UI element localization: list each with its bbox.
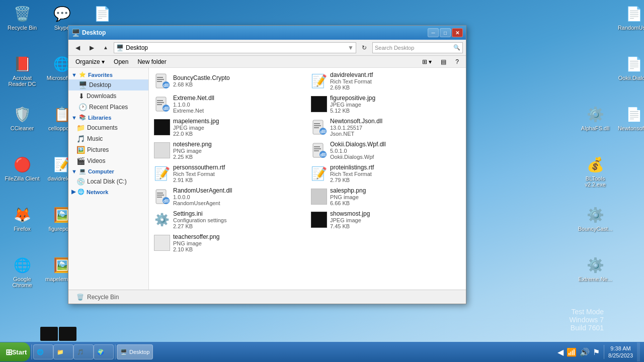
svg-text:dll: dll — [320, 152, 326, 157]
view-options[interactable]: ⊞ ▾ — [418, 57, 436, 66]
icon-label-alphafs: AlphaFS.dll — [581, 125, 609, 131]
file-item[interactable]: mapelements.jpg JPEG image 22.0 KB — [151, 116, 307, 138]
desktop-icon-recycle-bin[interactable]: 🗑️ Recycle Bin — [2, 2, 42, 33]
desktop-icon-word-doc[interactable]: 📄 — [82, 2, 122, 27]
ie2-icon: 🌍 — [97, 349, 104, 355]
organize-menu[interactable]: Organize ▾ — [71, 57, 109, 66]
search-icon[interactable]: 🔍 — [453, 44, 460, 51]
file-item[interactable]: ⚙️ Settings.ini Configuration settings 2… — [151, 209, 307, 231]
favorites-header[interactable]: ▼ ⭐ Favorites — [68, 70, 148, 79]
ie2-taskbar-btn[interactable]: 🌍 — [94, 344, 114, 359]
desktop-icon-alphafs[interactable]: ⚙️ AlphaFS.dll — [575, 102, 615, 133]
icon-label-google-chrome: Google Chrome — [4, 276, 40, 288]
maximize-button[interactable]: □ — [440, 28, 451, 37]
file-type: Rich Text Format — [330, 171, 461, 177]
desktop-icon-ccleaner[interactable]: 🛡️ CCleaner — [2, 102, 42, 133]
file-item[interactable]: 📝 personssouthern.rtf Rich Text Format 2… — [151, 162, 307, 185]
network-header[interactable]: ▶ 🌐 Network — [68, 187, 148, 197]
preview-pane[interactable]: ▤ — [437, 57, 450, 66]
file-info: personssouthern.rtf Rich Text Format 2.9… — [173, 164, 304, 183]
sidebar-item-videos[interactable]: 🎬 Videos — [68, 155, 148, 166]
file-item[interactable]: dll Ookii.Dialogs.Wpf.dll 5.0.1.0Ookii.D… — [308, 139, 464, 161]
documents-icon: 📁 — [76, 124, 85, 132]
sidebar-item-downloads[interactable]: ⬇ Downloads — [68, 90, 148, 102]
up-button[interactable]: ▲ — [100, 42, 112, 53]
svg-text:dll: dll — [164, 83, 169, 88]
file-item[interactable]: 📝 proteinlistings.rtf Rich Text Format 2… — [308, 162, 464, 185]
file-type: JPEG image — [330, 102, 461, 108]
show-desktop-btn[interactable] — [637, 342, 640, 361]
network-tray-icon[interactable]: 📶 — [567, 347, 577, 357]
file-icon-dll: dll — [154, 189, 170, 205]
file-item[interactable]: noteshere.png PNG image 2.25 KB — [151, 139, 307, 161]
desktop-icon-acrobat[interactable]: 📕 Acrobat Reader DC — [2, 52, 42, 89]
file-size: 2.68 KB — [173, 81, 304, 87]
desktop-icon-random-us[interactable]: 📄 RandomUs... — [614, 2, 644, 33]
icon-label-skype: Skype — [54, 25, 70, 31]
address-text: Desktop — [126, 44, 148, 51]
file-item[interactable]: dll RandomUserAgent.dll 1.0.0.0RandomUse… — [151, 186, 307, 208]
downloads-icon: ⬇ — [78, 92, 85, 100]
file-item[interactable]: salesphp.png PNG image 6.66 KB — [308, 186, 464, 208]
time-block[interactable]: 9:38 AM 8/25/2023 — [608, 345, 633, 359]
file-type: Ookii.Dialogs.Wpf — [330, 154, 461, 160]
sidebar-item-pictures[interactable]: 🖼️ Pictures — [68, 144, 148, 155]
sidebar-item-documents[interactable]: 📁 Documents — [68, 122, 148, 133]
icon-img-random-us: 📄 — [624, 4, 644, 24]
recent-icon: 🕐 — [78, 103, 87, 111]
sidebar-item-local-disk[interactable]: 💿 Local Disk (C:) — [68, 176, 148, 187]
forward-button[interactable]: ▶ — [86, 42, 98, 53]
desktop-icon-filezilla[interactable]: 🔴 FileZilla Client — [2, 152, 42, 184]
new-folder-button[interactable]: New folder — [133, 57, 170, 66]
refresh-button[interactable]: ↻ — [358, 42, 370, 53]
volume-tray-icon[interactable]: 🔊 — [580, 347, 590, 357]
file-icon-img — [154, 235, 170, 251]
desktop-icon-ookii-dialo[interactable]: 📄 Ookii.Dialo... — [614, 52, 644, 83]
recycle-bin-area[interactable]: 🗑️ Recycle Bin — [72, 291, 123, 304]
thumb-dark2 — [59, 327, 76, 341]
window-controls: ─ □ ✕ — [428, 28, 463, 37]
ie-taskbar-btn[interactable]: 🌐 — [33, 344, 53, 359]
icon-label-firefox: Firefox — [14, 226, 31, 232]
file-name: davidrelevant.rtf — [330, 71, 461, 78]
file-name: figurepositive.jpg — [330, 95, 461, 102]
minimize-button[interactable]: ─ — [428, 28, 439, 37]
desktop-icon-bouncycast-icon[interactable]: ⚙️ BouncyCast... — [575, 203, 615, 234]
file-info: figurepositive.jpg JPEG image 5.12 KB — [330, 95, 461, 114]
action-center-icon[interactable]: ⚑ — [593, 347, 600, 357]
explorer-taskbar-btn[interactable]: 📁 — [53, 344, 73, 359]
media-taskbar-btn[interactable]: 🎵 — [73, 344, 94, 359]
file-item[interactable]: dll Extreme.Net.dll 1.1.0.0Extreme.Net — [151, 93, 307, 115]
close-button[interactable]: ✕ — [452, 28, 463, 37]
sidebar-item-desktop[interactable]: 🖥️ Desktop — [68, 79, 148, 90]
help-button[interactable]: ? — [451, 57, 463, 66]
open-menu[interactable]: Open — [110, 57, 132, 66]
desktop-icon-extremene[interactable]: ⚙️ Extreme.Ne... — [575, 253, 615, 284]
computer-header[interactable]: ▼ 💻 Computer — [68, 166, 148, 176]
icon-label-filezilla: FileZilla Client — [5, 175, 39, 182]
address-dropdown[interactable]: ▼ — [348, 44, 354, 51]
desktop-icon-google-chrome[interactable]: 🌐 Google Chrome — [2, 253, 42, 290]
tray-arrow[interactable]: ◀ — [557, 347, 564, 357]
desktop-icon-bltools[interactable]: 💰 BLTools v2.2.exe — [575, 152, 615, 190]
start-button[interactable]: ⊞ Start — [0, 342, 30, 361]
libraries-header[interactable]: ▼ 📚 Libraries — [68, 113, 148, 122]
file-type: Rich Text Format — [173, 171, 304, 177]
computer-label: Computer — [88, 168, 114, 174]
file-item[interactable]: teachersoffer.png PNG image 2.10 KB — [151, 232, 307, 254]
sidebar-item-recent-places[interactable]: 🕐 Recent Places — [68, 102, 148, 113]
address-bar[interactable]: 🖥️ Desktop ▼ — [114, 42, 356, 53]
icon-label-extremene: Extreme.Ne... — [578, 276, 612, 282]
desktop-taskbar-btn[interactable]: 🖥️ Desktop — [117, 344, 153, 359]
desktop-icon-newtonsoft[interactable]: 📄 Newtonsoft... — [614, 102, 644, 133]
file-item[interactable]: dll BouncyCastle.Crypto 2.68 KB — [151, 70, 307, 92]
file-item[interactable]: showsmost.jpg JPEG image 7.45 KB — [308, 209, 464, 231]
file-icon-doc: 📝 — [311, 165, 327, 182]
search-bar[interactable]: Search Desktop 🔍 — [372, 42, 463, 53]
sidebar-item-music[interactable]: 🎵 Music — [68, 133, 148, 144]
back-button[interactable]: ◀ — [71, 42, 84, 53]
file-item[interactable]: dll Newtonsoft.Json.dll 13.0.1.25517Json… — [308, 116, 464, 138]
file-item[interactable]: 📝 davidrelevant.rtf Rich Text Format 2.6… — [308, 70, 464, 92]
desktop-icon-firefox[interactable]: 🦊 Firefox — [2, 203, 42, 234]
file-item[interactable]: figurepositive.jpg JPEG image 5.12 KB — [308, 93, 464, 115]
